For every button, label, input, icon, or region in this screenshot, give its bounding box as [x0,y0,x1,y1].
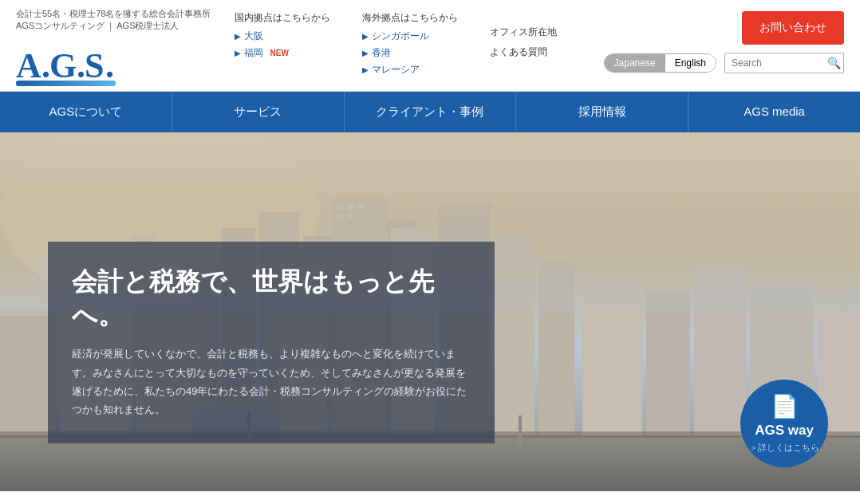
contact-button[interactable]: お問い合わせ [742,11,844,45]
header: 会計士55名・税理士78名を擁する総合会計事務所 AGSコンサルティング ｜ A… [0,0,860,92]
nav-item-service[interactable]: サービス [172,92,345,132]
overseas-nav-group: 海外拠点はこちらから ▶ シンガポール ▶ 香港 ▶ マレーシア [362,11,458,77]
svg-text:G: G [49,46,78,85]
tagline-sub-b: AGS税理士法人 [116,20,179,32]
nav-item-clients[interactable]: クライアント・事例 [345,92,517,132]
svg-rect-6 [16,81,116,86]
ags-way-label: AGS way [755,423,814,439]
new-badge: NEW [270,49,288,57]
domestic-nav-title: 国内拠点はこちらから [235,11,330,25]
hero-body: 経済が発展していくなかで、会計と税務も、より複雑なものへと変化を続けています。み… [72,345,471,419]
singapore-link[interactable]: ▶ シンガポール [362,30,458,43]
svg-text:S: S [85,46,105,85]
nav-item-careers[interactable]: 採用情報 [516,92,688,132]
office-location-link[interactable]: オフィス所在地 [490,26,557,39]
osaka-link[interactable]: ▶ 大阪 [235,30,330,43]
misc-nav-group: オフィス所在地 よくある質問 [490,26,557,59]
japanese-lang-button[interactable]: Japanese [605,54,665,72]
lang-search-row: Japanese English 🔍 [604,53,844,73]
ags-way-sub: ＞詳しくはこちら [749,442,819,454]
nav-item-about[interactable]: AGSについて [0,92,172,132]
faq-link[interactable]: よくある質問 [490,45,557,59]
search-icon: 🔍 [827,57,841,69]
ags-way-button[interactable]: 📄 AGS way ＞詳しくはこちら [740,380,828,467]
main-nav: AGSについて サービス クライアント・事例 採用情報 AGS media [0,92,860,132]
fukuoka-link[interactable]: ▶ 福岡 NEW [235,46,330,60]
logo[interactable]: A . G . S . [16,42,211,86]
document-icon: 📄 [771,393,799,419]
tagline-sep: ｜ [106,20,115,32]
arrow-icon: ▶ [362,65,369,74]
search-box: 🔍 [724,53,844,73]
arrow-icon: ▶ [362,32,369,41]
hero-text-box: 会計と税務で、世界はもっと先へ。 経済が発展していくなかで、会計と税務も、より複… [48,242,495,443]
tagline-line1: 会計士55名・税理士78名を擁する総合会計事務所 [16,8,211,20]
domestic-nav-group: 国内拠点はこちらから ▶ 大阪 ▶ 福岡 NEW [235,11,330,60]
logo-text: A . G . S . [16,42,211,86]
hero-headline: 会計と税務で、世界はもっと先へ。 [72,266,471,332]
english-lang-button[interactable]: English [665,54,716,72]
nav-item-media[interactable]: AGS media [688,92,860,132]
svg-text:.: . [105,46,116,85]
hongkong-link[interactable]: ▶ 香港 [362,46,458,60]
arrow-icon: ▶ [235,32,241,41]
header-right: お問い合わせ Japanese English 🔍 [604,8,844,73]
search-input[interactable] [732,57,827,69]
lang-switcher: Japanese English [604,53,716,73]
arrow-icon: ▶ [235,49,241,57]
tagline-sub-a: AGSコンサルティング [16,20,105,32]
malaysia-link[interactable]: ▶ マレーシア [362,63,458,77]
hero-section: 会計と税務で、世界はもっと先へ。 経済が発展していくなかで、会計と税務も、より複… [0,132,860,491]
overseas-nav-title: 海外拠点はこちらから [362,11,458,25]
svg-text:A: A [16,46,43,85]
arrow-icon: ▶ [362,49,369,57]
